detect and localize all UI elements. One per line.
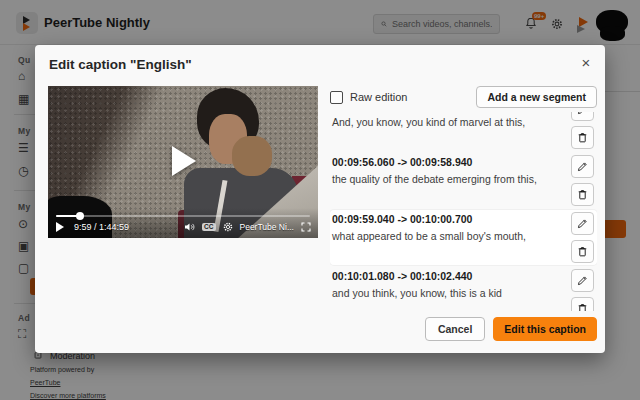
trash-icon — [576, 245, 589, 258]
modal-title: Edit caption "English" — [49, 57, 591, 72]
seek-bar[interactable] — [56, 215, 310, 217]
pencil-icon — [576, 217, 589, 230]
edit-caption-submit-button[interactable]: Edit this caption — [493, 317, 597, 341]
segment-row: 00:10:01.080 -> 00:10:02.440 and you thi… — [330, 267, 597, 311]
segment-text: the quality of the debate emerging from … — [332, 172, 563, 186]
segment-actions — [571, 155, 595, 206]
add-segment-button[interactable]: Add a new segment — [476, 86, 597, 108]
volume-icon[interactable] — [183, 221, 196, 233]
player-controls: 9:59 / 1:44:59 CC PeerTube Ni... — [56, 220, 312, 234]
modal-body: 9:59 / 1:44:59 CC PeerTube Ni... Raw edi… — [35, 78, 605, 311]
segment-row: And, you know, you kind of marvel at thi… — [330, 112, 597, 151]
time-display: 9:59 / 1:44:59 — [74, 222, 129, 232]
segment-row: 00:09:56.060 -> 00:09:58.940 the quality… — [330, 153, 597, 208]
segment-timestamps: 00:10:01.080 -> 00:10:02.440 — [332, 269, 563, 283]
cancel-button[interactable]: Cancel — [425, 317, 485, 341]
video-content-shape — [232, 136, 272, 176]
delete-segment-button[interactable] — [571, 240, 594, 263]
trash-icon — [576, 302, 589, 311]
segments-list[interactable]: And, you know, you kind of marvel at thi… — [330, 112, 597, 311]
checkbox-icon[interactable] — [330, 91, 343, 104]
peertube-watermark: PeerTube Ni... — [240, 222, 295, 232]
delete-segment-button[interactable] — [571, 126, 594, 149]
edit-segment-button[interactable] — [571, 112, 594, 121]
segments-toolbar: Raw edition Add a new segment — [330, 86, 597, 108]
segment-content[interactable]: 00:09:59.040 -> 00:10:00.700 what appear… — [332, 212, 563, 263]
trash-icon — [576, 188, 589, 201]
trash-icon — [576, 131, 589, 144]
video-player[interactable]: 9:59 / 1:44:59 CC PeerTube Ni... — [48, 86, 318, 238]
captions-toggle[interactable]: CC — [202, 223, 215, 232]
raw-edition-label: Raw edition — [350, 91, 407, 103]
player-settings-icon[interactable] — [222, 221, 234, 233]
segment-content[interactable]: 00:09:56.060 -> 00:09:58.940 the quality… — [332, 155, 563, 206]
pencil-icon — [576, 112, 589, 116]
segment-actions — [571, 112, 595, 149]
pencil-icon — [576, 274, 589, 287]
segment-content[interactable]: And, you know, you kind of marvel at thi… — [332, 112, 563, 149]
modal-header: Edit caption "English" × — [35, 45, 605, 78]
raw-edition-toggle[interactable]: Raw edition — [330, 91, 407, 104]
segment-text: and you think, you know, this is a kid — [332, 286, 563, 300]
segment-content[interactable]: 00:10:01.080 -> 00:10:02.440 and you thi… — [332, 269, 563, 311]
big-play-icon[interactable] — [172, 146, 196, 176]
segment-timestamps: 00:09:56.060 -> 00:09:58.940 — [332, 155, 563, 169]
close-icon[interactable]: × — [577, 54, 595, 72]
pencil-icon — [576, 160, 589, 173]
segment-timestamps: 00:09:59.040 -> 00:10:00.700 — [332, 212, 563, 226]
segment-actions — [571, 269, 595, 311]
modal-footer: Cancel Edit this caption — [35, 311, 605, 353]
edit-caption-modal: Edit caption "English" × 9:59 / 1:44:59 — [35, 45, 605, 353]
segment-row-active: 00:09:59.040 -> 00:10:00.700 what appear… — [330, 210, 597, 265]
delete-segment-button[interactable] — [571, 297, 594, 311]
segment-text: what appeared to be a small boy's mouth, — [332, 229, 563, 243]
edit-segment-button[interactable] — [571, 212, 594, 235]
segment-text: And, you know, you kind of marvel at thi… — [332, 115, 563, 129]
segments-column: Raw edition Add a new segment And, you k… — [330, 86, 597, 311]
edit-segment-button[interactable] — [571, 269, 594, 292]
play-icon[interactable] — [56, 222, 64, 232]
fullscreen-icon[interactable] — [300, 221, 312, 233]
edit-segment-button[interactable] — [571, 155, 594, 178]
segment-actions — [571, 212, 595, 263]
delete-segment-button[interactable] — [571, 183, 594, 206]
